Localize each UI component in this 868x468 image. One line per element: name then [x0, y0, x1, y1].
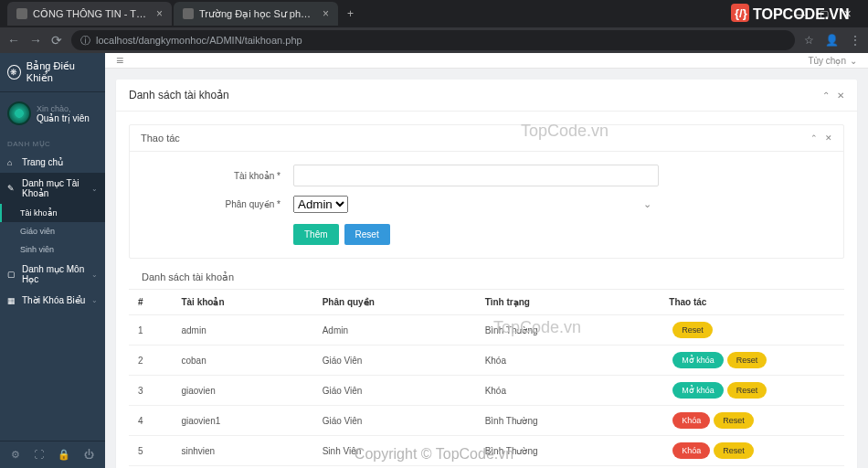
sidebar-item-accounts[interactable]: ✎ Danh mục Tài Khoản ⌄ — [0, 173, 105, 204]
tab-title: Trường Đại học Sư phạm Kỹ thu — [199, 8, 317, 20]
role-label: Phân quyền * — [143, 199, 293, 209]
new-tab-button[interactable]: + — [340, 7, 361, 20]
add-button[interactable]: Thêm — [293, 224, 339, 245]
cell-idx: 3 — [129, 376, 172, 406]
reset-button[interactable]: Reset — [672, 322, 713, 338]
cell-role: Giáo Viên — [313, 376, 476, 406]
sidebar-item-home[interactable]: ⌂ Trang chủ — [0, 152, 105, 173]
sidebar-header: ❋ Bảng Điều Khiển — [0, 53, 105, 92]
app-title: Bảng Điều Khiển — [26, 60, 98, 84]
reset-button[interactable]: Reset — [714, 412, 754, 429]
cell-actions: Mở khóaReset — [660, 346, 844, 376]
menu-section-label: DANH MỤC — [0, 134, 105, 152]
cell-idx: 5 — [129, 436, 172, 466]
profile-icon[interactable]: 👤 — [825, 34, 839, 47]
avatar — [7, 101, 31, 125]
greeting-label: Xin chào, — [37, 104, 90, 113]
close-icon[interactable]: × — [323, 7, 329, 20]
table-row: 3giaovienGiáo ViênKhóaMở khóaReset — [129, 376, 844, 406]
sidebar-item-subjects[interactable]: ▢ Danh mục Môn Học ⌄ — [0, 259, 105, 290]
cell-role: Admin — [313, 315, 476, 346]
power-icon[interactable]: ⏻ — [84, 449, 94, 461]
mở-khóa-button[interactable]: Mở khóa — [672, 352, 724, 368]
col-account: Tài khoản — [172, 290, 312, 315]
bookmark-icon[interactable]: ☆ — [804, 34, 814, 47]
khóa-button[interactable]: Khóa — [672, 412, 710, 429]
main-panel: Danh sách tài khoản ⌃ ✕ Thao tác ⌃ ✕ — [116, 80, 857, 468]
sidebar-sub-taikhoan[interactable]: Tài khoản — [0, 204, 105, 222]
panel-title: Danh sách tài khoản — [129, 89, 229, 101]
chevron-down-icon: ⌄ — [91, 296, 98, 304]
home-icon: ⌂ — [7, 158, 16, 167]
form-panel: Thao tác ⌃ ✕ Tài khoản * Phân quyền * — [129, 124, 844, 259]
monitor-icon: ▢ — [7, 270, 16, 279]
col-actions: Thao tác — [660, 290, 844, 315]
sidebar: ❋ Bảng Điều Khiển Xin chào, Quản trị viê… — [0, 53, 105, 468]
table-row: 4giaovien1Giáo ViênBình ThườngKhóaReset — [129, 406, 844, 436]
lock-icon[interactable]: 🔒 — [58, 449, 70, 461]
role-select[interactable]: Admin — [293, 196, 348, 213]
cell-actions: KhóaReset — [660, 406, 844, 436]
cell-status: Khóa — [476, 376, 661, 406]
cell-role: Sinh Viên — [313, 436, 476, 466]
sidebar-sub-sinhvien[interactable]: Sinh viên — [0, 240, 105, 259]
chevron-down-icon: ⌄ — [91, 185, 98, 193]
sidebar-sub-giaovien[interactable]: Giáo viên — [0, 222, 105, 240]
reset-button[interactable]: Reset — [727, 352, 767, 368]
close-icon[interactable]: ✕ — [837, 90, 844, 101]
account-input[interactable] — [293, 165, 659, 186]
browser-tab[interactable]: Trường Đại học Sư phạm Kỹ thu × — [174, 2, 338, 26]
maximize-button[interactable]: ▢ — [820, 8, 829, 20]
back-button[interactable]: ← — [7, 33, 20, 48]
cell-actions: KhóaReset — [660, 436, 844, 466]
cell-account: sinhvien — [172, 436, 312, 466]
address-bar: ← → ⟳ ⓘ localhost/dangkymonhoc/ADMIN/tai… — [0, 27, 868, 53]
forward-button[interactable]: → — [29, 33, 42, 48]
options-dropdown[interactable]: Tùy chọn ⌄ — [808, 56, 857, 66]
close-icon[interactable]: ✕ — [825, 133, 832, 143]
sidebar-item-schedule[interactable]: ▦ Thời Khóa Biểu ⌄ — [0, 290, 105, 311]
main: ≡ Tùy chọn ⌄ Danh sách tài khoản ⌃ ✕ Tha… — [105, 53, 868, 468]
mở-khóa-button[interactable]: Mở khóa — [672, 382, 724, 399]
reset-button[interactable]: Reset — [727, 382, 767, 399]
minimize-button[interactable]: — — [795, 8, 805, 20]
reset-button[interactable]: Reset — [344, 224, 390, 245]
collapse-icon[interactable]: ⌃ — [810, 133, 818, 143]
edit-icon: ✎ — [7, 184, 16, 193]
cell-account: giaovien — [172, 376, 312, 406]
cell-account: admin — [172, 315, 312, 346]
cell-status: Bình Thường — [476, 406, 661, 436]
browser-chrome: CỔNG THÔNG TIN - TRƯỜNG Đ × Trường Đại h… — [0, 0, 868, 53]
cell-account: coban — [172, 346, 312, 376]
col-role: Phân quyền — [313, 290, 476, 315]
sidebar-footer: ⚙ ⛶ 🔒 ⏻ — [0, 441, 105, 468]
cell-actions: Reset — [660, 315, 844, 346]
chevron-down-icon: ⌄ — [850, 56, 857, 66]
cell-status: Khóa — [476, 346, 661, 376]
gear-icon[interactable]: ⚙ — [11, 449, 20, 461]
favicon-icon — [183, 8, 194, 19]
collapse-icon[interactable]: ⌃ — [822, 90, 830, 101]
browser-tab[interactable]: CỔNG THÔNG TIN - TRƯỜNG Đ × — [7, 2, 172, 26]
table-row: 5sinhvienSinh ViênBình ThườngKhóaReset — [129, 436, 844, 466]
col-idx: # — [129, 290, 172, 315]
close-window-button[interactable]: ✕ — [843, 8, 852, 20]
calendar-icon: ▦ — [7, 296, 16, 305]
url-input[interactable]: ⓘ localhost/dangkymonhoc/ADMIN/taikhoan.… — [71, 30, 795, 50]
menu-icon[interactable]: ⋮ — [850, 34, 861, 47]
hamburger-icon[interactable]: ≡ — [116, 53, 123, 68]
chevron-down-icon: ⌄ — [91, 271, 98, 279]
expand-icon[interactable]: ⛶ — [34, 449, 44, 461]
panel-header: Danh sách tài khoản ⌃ ✕ — [116, 80, 857, 112]
reload-button[interactable]: ⟳ — [51, 33, 62, 48]
cell-status: Bình Thường — [476, 315, 661, 346]
col-status: Tình trạng — [476, 290, 661, 315]
cell-role: Giáo Viên — [313, 346, 476, 376]
close-icon[interactable]: × — [156, 7, 163, 20]
url-text: localhost/dangkymonhoc/ADMIN/taikhoan.ph… — [96, 35, 302, 46]
khóa-button[interactable]: Khóa — [672, 442, 710, 459]
table-row: 2cobanGiáo ViênKhóaMở khóaReset — [129, 346, 844, 376]
reset-button[interactable]: Reset — [714, 442, 754, 459]
cell-status: Bình Thường — [476, 436, 661, 466]
cell-idx: 2 — [129, 346, 172, 376]
